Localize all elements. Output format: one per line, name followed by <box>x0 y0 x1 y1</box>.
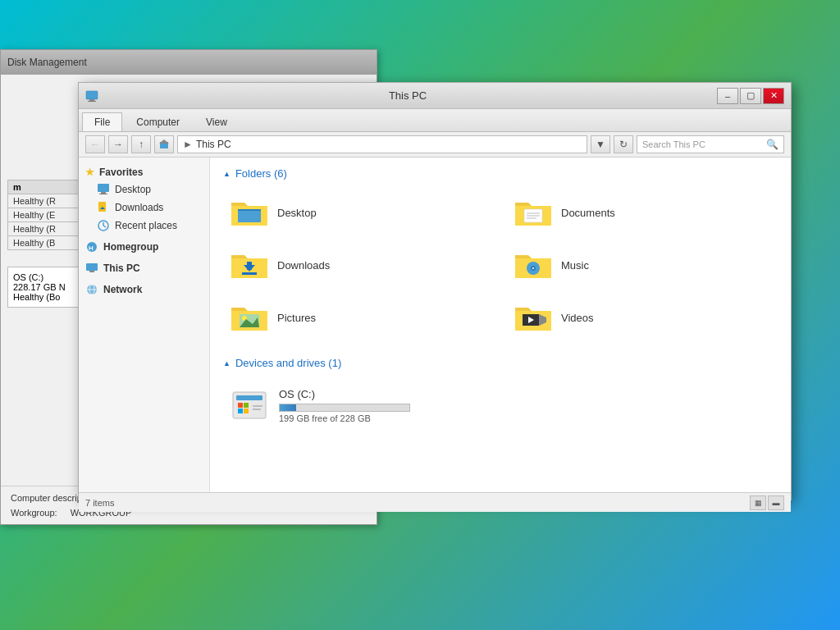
drive-item-c[interactable]: OS (C:) 199 GB free of 228 GB <box>223 379 778 431</box>
forward-button[interactable]: → <box>108 135 128 153</box>
folders-section-header: Folders (6) <box>223 167 778 180</box>
sidebar-item-desktop[interactable]: Desktop <box>79 180 209 199</box>
svg-text:H: H <box>89 244 94 252</box>
homegroup-section: H Homegroup <box>79 238 209 256</box>
address-text: This PC <box>196 139 231 150</box>
drive-bar-fill <box>280 404 296 411</box>
address-bar: ← → ↑ ► This PC ▼ ↻ Search This PC 🔍 <box>79 132 791 158</box>
favorites-header[interactable]: ★ Favorites <box>79 164 209 180</box>
svg-rect-8 <box>98 202 106 212</box>
window-controls: – ▢ ✕ <box>717 88 784 104</box>
folders-header-text: Folders (6) <box>235 167 287 180</box>
workgroup-label: Workgroup: <box>11 508 57 518</box>
home-button[interactable] <box>154 135 174 153</box>
thispc-nav-label: This PC <box>103 262 140 274</box>
thispc-titlebar: This PC – ▢ ✕ <box>79 83 791 109</box>
content-panel: Folders (6) Desktop <box>210 158 791 492</box>
svg-rect-40 <box>238 403 243 408</box>
sidebar: ★ Favorites Desktop Downl <box>79 158 210 492</box>
tab-view[interactable]: View <box>194 112 240 131</box>
drive-size-label: 199 GB free of 228 GB <box>279 413 771 423</box>
thispc-nav-icon <box>85 262 98 275</box>
svg-rect-15 <box>86 263 98 271</box>
arrow-separator: ► <box>183 139 193 150</box>
thispc-nav-item[interactable]: This PC <box>79 259 209 277</box>
recent-label: Recent places <box>115 220 177 231</box>
star-icon: ★ <box>85 167 94 178</box>
home-icon <box>158 139 170 150</box>
svg-rect-39 <box>236 395 262 400</box>
svg-point-31 <box>532 267 534 269</box>
network-label: Network <box>103 284 142 295</box>
search-box[interactable]: Search This PC 🔍 <box>637 135 784 153</box>
folder-item-music[interactable]: Music <box>507 242 778 288</box>
documents-folder-icon <box>514 196 553 229</box>
downloads-folder-label: Downloads <box>277 259 330 272</box>
desktop-small-icon <box>97 183 110 196</box>
minimize-button[interactable]: – <box>717 88 738 104</box>
music-folder-label: Music <box>561 259 589 272</box>
svg-rect-2 <box>88 101 96 102</box>
folder-item-documents[interactable]: Documents <box>507 189 778 235</box>
thispc-title: This PC <box>98 89 717 102</box>
drives-section: Devices and drives (1) <box>223 357 778 431</box>
sidebar-item-downloads[interactable]: Downloads <box>79 199 209 217</box>
dropdown-button[interactable]: ▼ <box>591 135 610 153</box>
network-item[interactable]: Network <box>79 281 209 299</box>
svg-rect-44 <box>253 405 262 407</box>
tab-file[interactable]: File <box>82 112 122 131</box>
drive-bar-container <box>279 404 410 412</box>
homegroup-item[interactable]: H Homegroup <box>79 238 209 256</box>
drive-info-text: OS (C:) 199 GB free of 228 GB <box>279 388 771 423</box>
folder-item-downloads[interactable]: Downloads <box>223 242 494 288</box>
folders-grid: Desktop Documents <box>223 189 778 340</box>
refresh-button[interactable]: ↻ <box>614 135 633 153</box>
disk-mgmt-titlebar: Disk Management <box>1 50 377 75</box>
videos-folder-label: Videos <box>561 312 594 324</box>
desktop-folder-label: Desktop <box>277 207 317 219</box>
svg-rect-42 <box>238 409 243 413</box>
svg-rect-28 <box>242 272 257 275</box>
pictures-folder-label: Pictures <box>277 312 316 324</box>
close-button[interactable]: ✕ <box>763 88 784 104</box>
folder-item-desktop[interactable]: Desktop <box>223 189 494 235</box>
ribbon: File Computer View <box>79 109 791 132</box>
ribbon-tabs: File Computer View <box>79 109 791 131</box>
back-button[interactable]: ← <box>85 135 105 153</box>
svg-line-12 <box>103 226 106 227</box>
drive-name: OS (C:) <box>279 388 771 400</box>
address-path[interactable]: ► This PC <box>177 135 587 153</box>
grid-view-button[interactable]: ▦ <box>750 495 766 510</box>
svg-rect-16 <box>89 271 94 272</box>
svg-rect-21 <box>238 209 261 211</box>
search-icon: 🔍 <box>766 139 778 150</box>
sidebar-item-recent[interactable]: Recent places <box>79 217 209 235</box>
main-area: ★ Favorites Desktop Downl <box>79 158 791 492</box>
up-button[interactable]: ↑ <box>131 135 151 153</box>
svg-rect-20 <box>238 209 261 222</box>
list-view-button[interactable]: ▬ <box>768 495 784 510</box>
svg-rect-41 <box>244 403 249 408</box>
maximize-button[interactable]: ▢ <box>740 88 761 104</box>
documents-folder-label: Documents <box>561 207 615 219</box>
downloads-folder-icon <box>230 249 269 281</box>
svg-rect-43 <box>244 409 249 413</box>
homegroup-icon: H <box>85 240 98 253</box>
folder-item-videos[interactable]: Videos <box>507 294 778 340</box>
favorites-label: Favorites <box>99 167 143 178</box>
drives-header-text: Devices and drives (1) <box>235 357 341 369</box>
tab-computer[interactable]: Computer <box>124 112 192 131</box>
thispc-icon <box>85 89 98 103</box>
svg-rect-27 <box>247 262 252 270</box>
downloads-label: Downloads <box>115 202 163 213</box>
network-section: Network <box>79 281 209 299</box>
thispc-window: This PC – ▢ ✕ File Computer View ← → ↑ ►… <box>78 82 792 500</box>
network-icon <box>85 283 98 296</box>
view-buttons: ▦ ▬ <box>750 495 784 510</box>
downloads-small-icon <box>97 201 110 214</box>
svg-rect-6 <box>101 192 106 194</box>
svg-rect-0 <box>86 91 98 99</box>
favorites-section: ★ Favorites Desktop Downl <box>79 164 209 235</box>
folder-item-pictures[interactable]: Pictures <box>223 294 494 340</box>
desktop-folder-icon <box>230 196 269 229</box>
